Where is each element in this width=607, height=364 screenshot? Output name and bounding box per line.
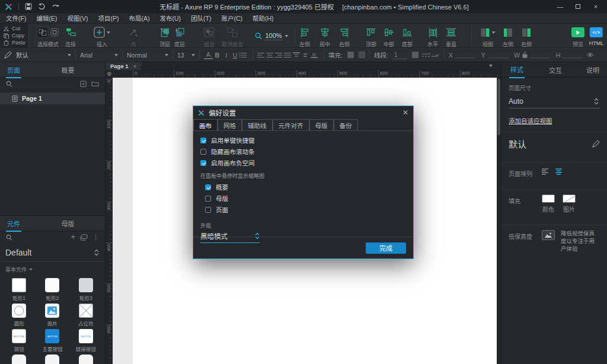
underline-button[interactable]: U [231, 52, 239, 59]
style-edit-icon[interactable] [4, 51, 12, 59]
y-field[interactable] [488, 52, 508, 58]
html-button[interactable]: </> HTML [589, 27, 604, 46]
add-folder-icon[interactable] [91, 81, 99, 87]
text-align-justify-button[interactable] [284, 52, 293, 58]
menu-view[interactable]: 视图(V) [67, 14, 88, 23]
add-library-icon[interactable]: + [71, 234, 75, 240]
text-align-center-button[interactable] [266, 52, 275, 58]
menu-project[interactable]: 项目(P) [98, 14, 119, 23]
bold-button[interactable]: B [213, 52, 222, 59]
zoom-dropdown-caret[interactable] [285, 35, 289, 37]
menu-edit[interactable]: 编辑(E) [36, 14, 57, 23]
tab-style[interactable]: 样式 [509, 62, 525, 78]
maximize-button[interactable] [569, 1, 587, 12]
widget-box1[interactable]: 矩形1 [12, 278, 26, 301]
cut-button[interactable]: Cut [4, 25, 28, 32]
save-icon[interactable] [25, 3, 32, 10]
widget-partial[interactable] [45, 355, 59, 364]
bring-to-front-button[interactable]: 顶层 [159, 27, 170, 48]
toggle-right-panel-button[interactable]: 右侧 [521, 27, 532, 48]
lowfi-image-icon[interactable] [542, 230, 555, 240]
line-style-button[interactable] [422, 53, 431, 57]
visibility-eye-icon[interactable] [586, 52, 594, 58]
align-bottom-button[interactable]: 底部 [402, 27, 413, 48]
menu-arrange[interactable]: 布局(A) [129, 14, 149, 23]
fill-image-option[interactable]: 图片 [563, 194, 576, 213]
checkbox-icon[interactable] [205, 184, 211, 190]
checkbox-icon[interactable] [205, 207, 211, 213]
italic-button[interactable]: I [222, 52, 231, 59]
font-weight-select[interactable]: Normal [127, 52, 168, 59]
bullet-list-button[interactable] [239, 52, 248, 58]
zoom-control[interactable]: 100% [254, 30, 288, 41]
search-icon[interactable] [6, 81, 12, 87]
search-icon[interactable] [6, 234, 12, 241]
line-color-swatch[interactable] [412, 52, 418, 58]
select-mode-button[interactable]: 选择模式 [37, 27, 59, 48]
font-color-button[interactable]: A [204, 51, 213, 59]
page-item-page1[interactable]: Page 1 [0, 92, 105, 104]
style-preset-select[interactable]: 默认 [16, 50, 71, 59]
vertical-align-bottom-button[interactable] [311, 52, 320, 58]
widget-primary-button[interactable]: BUTTON主要按钮 [42, 329, 62, 352]
checkbox-single-key-shortcuts[interactable]: 启用单键快捷键 [200, 136, 406, 145]
views-dropdown-caret[interactable] [492, 31, 496, 34]
tab-masters[interactable]: 母版 [31, 219, 105, 228]
checkbox-pages-thumbs[interactable]: 页面 [205, 205, 406, 214]
text-align-left-button[interactable] [257, 52, 266, 58]
add-adaptive-views-link[interactable]: 添加自适应视图 [509, 116, 552, 125]
widget-box2[interactable]: 矩形2 [45, 278, 59, 301]
lock-ratio-icon[interactable] [522, 52, 528, 58]
canvas-tab-page1[interactable]: Page 1× [106, 62, 141, 70]
distribute-vertical-button[interactable]: 垂直 [446, 27, 456, 48]
select-contain-icon[interactable] [50, 28, 59, 37]
add-page-icon[interactable] [80, 81, 87, 87]
close-button[interactable]: × [587, 1, 605, 12]
vertical-align-middle-button[interactable] [302, 52, 311, 58]
fill-color-option[interactable]: 颜色 [542, 194, 555, 213]
menu-account[interactable]: 账户(C) [221, 14, 242, 23]
dialog-tab-backup[interactable]: 备份 [334, 119, 358, 130]
insert-dropdown-caret[interactable] [107, 31, 110, 34]
line-weight-field[interactable]: 1 [393, 51, 407, 59]
checkbox-hide-scrollbars[interactable]: 隐藏画布滚动条 [200, 147, 406, 156]
library-stack-icon[interactable] [80, 234, 88, 241]
checkbox-outline-thumbs[interactable]: 概要 [205, 183, 406, 191]
send-to-back-button[interactable]: 底层 [174, 27, 185, 48]
close-tab-icon[interactable]: × [133, 63, 136, 69]
copy-button[interactable]: Copy [4, 33, 28, 39]
checkbox-icon[interactable] [200, 138, 206, 143]
align-left-button[interactable]: 左侧 [299, 27, 310, 48]
menu-publish[interactable]: 发布(U) [159, 14, 181, 23]
menu-help[interactable]: 帮助(H) [253, 14, 274, 23]
tab-notes[interactable]: 说明 [586, 65, 599, 75]
dialog-close-icon[interactable]: ✕ [402, 108, 408, 117]
zoom-value[interactable]: 100% [264, 32, 283, 40]
align-top-button[interactable]: 顶部 [366, 27, 376, 48]
insert-button[interactable]: 插入 [94, 27, 110, 48]
menu-team[interactable]: 团队(T) [191, 14, 211, 23]
toggle-left-panel-button[interactable]: 左侧 [503, 27, 513, 48]
dialog-tab-grid[interactable]: 网格 [218, 119, 242, 130]
font-family-select[interactable]: Arial [80, 52, 118, 59]
ruler-origin-crosshair[interactable]: ⊕ [106, 70, 113, 78]
page-align-center-icon[interactable] [555, 167, 563, 175]
align-center-button[interactable]: 居中 [320, 27, 330, 48]
tab-interactions[interactable]: 交互 [549, 65, 562, 75]
menu-file[interactable]: 文件(F) [6, 14, 26, 23]
point-button[interactable]: 点 [129, 27, 138, 48]
checkbox-icon[interactable] [200, 149, 206, 155]
tab-outline[interactable]: 概要 [31, 65, 105, 75]
widget-partial[interactable] [12, 355, 26, 364]
checkbox-icon[interactable] [205, 196, 211, 202]
widget-image[interactable]: 图片 [45, 304, 59, 327]
widget-section-header[interactable]: 基本元件 [0, 262, 105, 274]
arrow-style-button[interactable] [431, 53, 440, 58]
h-field[interactable] [563, 52, 583, 58]
page-size-select[interactable]: Auto [509, 94, 600, 108]
x-field[interactable] [455, 52, 475, 58]
redo-icon[interactable] [52, 3, 59, 10]
done-button[interactable]: 完成 [366, 242, 406, 254]
checkbox-negative-space[interactable]: 启用画布负空间 [200, 158, 406, 167]
page-align-left-icon[interactable] [542, 167, 550, 175]
